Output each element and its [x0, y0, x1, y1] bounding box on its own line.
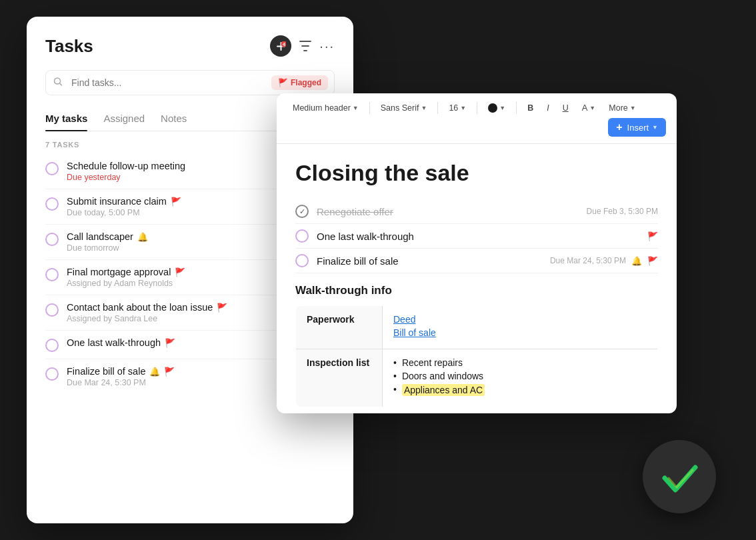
- chevron-down-icon: ▼: [460, 105, 466, 111]
- chevron-down-icon: ▼: [589, 105, 595, 111]
- bill-of-sale-link[interactable]: Bill of sale: [393, 327, 647, 338]
- editor-title: Closing the sale: [295, 160, 658, 186]
- svg-text:4: 4: [283, 42, 285, 47]
- chevron-down-icon: ▼: [353, 105, 359, 111]
- toolbar-separator: [437, 102, 438, 114]
- tab-assigned[interactable]: Assigned: [103, 107, 145, 131]
- deed-link[interactable]: Deed: [393, 314, 647, 325]
- task-checkbox[interactable]: [45, 268, 59, 281]
- flag-icon: 🚩: [647, 256, 658, 266]
- flag-icon: 🚩: [647, 231, 658, 241]
- task-checkbox[interactable]: [45, 339, 59, 352]
- search-bar: 🚩 Flagged: [45, 70, 335, 95]
- color-picker[interactable]: ▼: [483, 101, 511, 115]
- flag-icon: 🚩: [175, 267, 185, 277]
- task-row-name: Finalize bill of sale: [317, 255, 550, 267]
- flag-icon: 🚩: [171, 197, 181, 207]
- font-dropdown[interactable]: Sans Serif ▼: [375, 101, 433, 115]
- insert-button[interactable]: + Insert ▼: [608, 118, 666, 137]
- task-row-name: One last walk-through: [317, 231, 642, 242]
- table-cell-content: Recent repairs Doors and windows Applian…: [383, 349, 658, 407]
- table-cell-content: Deed Bill of sale: [383, 306, 658, 349]
- add-task-button[interactable]: 4: [270, 35, 291, 57]
- editor-task-row: ✓ Renegotiate offer Due Feb 3, 5:30 PM: [295, 199, 658, 224]
- underline-button[interactable]: U: [557, 101, 574, 115]
- header-style-dropdown[interactable]: Medium header ▼: [287, 101, 364, 115]
- bell-icon: 🔔: [149, 367, 160, 377]
- flag-icon: 🚩: [217, 303, 227, 313]
- more-options-button[interactable]: ···: [319, 39, 335, 54]
- header-icons: 4 ···: [270, 35, 335, 57]
- checkmark-svg: [658, 455, 701, 499]
- toolbar-separator: [369, 102, 370, 114]
- list-item: Appliances and AC: [393, 384, 647, 396]
- task-check-open[interactable]: [295, 229, 309, 243]
- highlighted-text: Appliances and AC: [402, 384, 485, 396]
- flagged-badge[interactable]: 🚩 Flagged: [271, 75, 328, 90]
- toolbar-separator: [516, 102, 517, 114]
- chevron-down-icon: ▼: [421, 105, 427, 111]
- tasks-title: Tasks: [45, 36, 93, 57]
- text-color-button[interactable]: A ▼: [577, 100, 601, 115]
- toolbar-separator: [477, 102, 477, 114]
- editor-toolbar: Medium header ▼ Sans Serif ▼ 16 ▼ ▼ B I …: [277, 93, 677, 144]
- section-header: Walk-through info: [295, 284, 658, 297]
- task-checkbox[interactable]: [45, 367, 59, 381]
- bold-button[interactable]: B: [522, 101, 539, 115]
- table-row: Inspection list Recent repairs Doors and…: [296, 349, 658, 407]
- table-row: Paperwork Deed Bill of sale: [296, 306, 658, 349]
- chevron-down-icon: ▼: [499, 105, 505, 111]
- scene: Tasks 4 ···: [0, 0, 756, 540]
- task-checkbox[interactable]: [45, 197, 59, 211]
- task-check-done[interactable]: ✓: [295, 205, 309, 218]
- editor-task-row: Finalize bill of sale Due Mar 24, 5:30 P…: [295, 249, 658, 273]
- italic-button[interactable]: I: [541, 101, 554, 115]
- task-due: Due Mar 24, 5:30 PM: [550, 256, 626, 265]
- chevron-down-icon: ▼: [630, 105, 636, 111]
- font-size-dropdown[interactable]: 16 ▼: [443, 101, 471, 115]
- flag-icon: 🚩: [278, 78, 288, 87]
- tab-my-tasks[interactable]: My tasks: [45, 107, 87, 131]
- more-button[interactable]: More ▼: [603, 101, 641, 115]
- tab-notes[interactable]: Notes: [161, 107, 187, 131]
- table-cell-header: Inspection list: [296, 349, 383, 407]
- list-item: Doors and windows: [393, 371, 647, 381]
- task-due: Due Feb 3, 5:30 PM: [587, 207, 658, 216]
- bell-icon: 🔔: [631, 256, 642, 266]
- task-check-open[interactable]: [295, 254, 309, 267]
- checkmark-badge: [643, 440, 716, 513]
- flag-icon: 🚩: [164, 367, 175, 377]
- info-table: Paperwork Deed Bill of sale Inspection l…: [295, 305, 658, 407]
- task-checkbox[interactable]: [45, 162, 59, 175]
- task-row-name: Renegotiate offer: [317, 206, 587, 217]
- editor-panel: Medium header ▼ Sans Serif ▼ 16 ▼ ▼ B I …: [277, 93, 677, 413]
- search-icon: [53, 77, 63, 89]
- filter-button[interactable]: [299, 41, 311, 51]
- flag-icon: 🚩: [165, 338, 175, 348]
- editor-task-row: One last walk-through 🚩: [295, 224, 658, 249]
- checkmark-icon: ✓: [299, 207, 305, 216]
- table-cell-header: Paperwork: [296, 306, 383, 349]
- editor-content: Closing the sale ✓ Renegotiate offer Due…: [277, 144, 677, 413]
- bell-icon: 🔔: [137, 232, 148, 242]
- task-checkbox[interactable]: [45, 233, 59, 246]
- task-checkbox[interactable]: [45, 303, 59, 317]
- color-dot: [488, 103, 497, 113]
- list-item: Recent repairs: [393, 357, 647, 368]
- chevron-down-icon: ▼: [652, 124, 658, 131]
- tasks-header: Tasks 4 ···: [27, 17, 353, 57]
